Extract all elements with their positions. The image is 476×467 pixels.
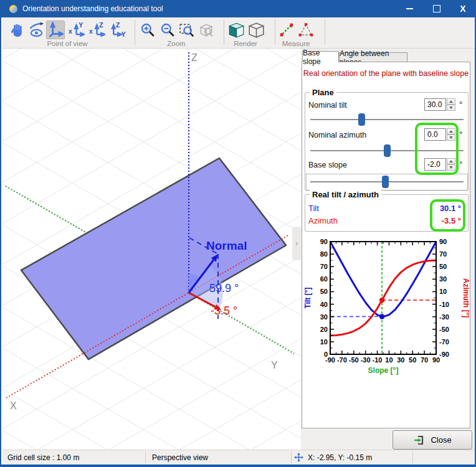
view-xy-tool-button[interactable]: xY [67,21,85,39]
svg-text:-70: -70 [337,356,347,364]
toolbar-separator [325,20,325,45]
group-label-zoom: Zoom [167,40,185,47]
base-slope-spinner[interactable] [447,158,455,171]
point-of-view-tool-button[interactable] [46,21,65,39]
xz-axes-icon: xZ [88,22,105,38]
maximize-button[interactable] [427,0,446,17]
panel-collapse-handle[interactable]: › [292,227,301,260]
slider-thumb[interactable] [358,113,365,126]
hand-icon [9,22,25,38]
base-slope-spinbox[interactable]: -2.0 [424,158,446,171]
slider-thumb[interactable] [382,176,389,188]
app-window: Orientation understanding educational to… [0,0,476,467]
render-wireframe-button[interactable] [247,21,265,39]
nominal-azimuth-unit: ° [459,130,462,139]
svg-text:Azimuth [°]: Azimuth [°] [462,278,470,318]
svg-text:20: 20 [320,326,328,333]
svg-text:-10: -10 [439,301,449,308]
orbit-tool-button[interactable] [27,21,46,39]
svg-text:70: 70 [421,356,428,364]
wireframe-cube-icon [248,22,265,39]
zoom-in-button[interactable] [138,21,157,39]
svg-text:-50: -50 [349,356,359,364]
nominal-azimuth-spinner[interactable] [447,128,455,141]
nominal-tilt-unit: ° [459,100,462,109]
render-solid-button[interactable] [227,21,245,39]
svg-text:Y: Y [79,22,83,29]
measure-distance-icon [278,22,295,38]
close-window-button[interactable]: X [454,0,472,17]
slider-thumb[interactable] [384,144,391,157]
window-title: Orientation understanding educational to… [22,4,163,13]
base-slope-label: Base slope [308,161,347,169]
svg-text:10: 10 [385,356,393,364]
chevron-right-icon: › [295,239,298,248]
svg-text:30: 30 [397,356,404,364]
status-separator [412,452,413,463]
zoom-in-icon [140,22,156,38]
spin-down-icon[interactable] [447,164,455,171]
zoom-out-icon [159,22,176,38]
base-slope-slider[interactable] [310,175,464,189]
spin-down-icon[interactable] [447,134,455,141]
real-azimuth-label: Azimuth [308,216,338,225]
measure-angle-button[interactable] [297,21,315,39]
real-groupbox [305,194,469,232]
spin-down-icon[interactable] [447,105,455,111]
svg-text:-30: -30 [439,313,449,321]
svg-text:10: 10 [320,338,328,346]
spin-up-icon[interactable] [447,158,455,164]
view-zy-tool-button[interactable]: ZY [108,21,126,39]
zoom-window-button[interactable] [178,21,196,39]
nominal-azimuth-slider[interactable] [310,144,464,158]
svg-text:Z: Z [99,22,103,29]
spin-up-icon[interactable] [447,98,455,105]
real-tilt-value: 30.1 ° [406,204,461,213]
tab-angle-between-planes[interactable]: Angle between planes [339,52,407,62]
pan-tool-button[interactable] [7,21,26,39]
svg-text:Z: Z [115,22,120,29]
nominal-tilt-spinbox[interactable]: 30.0 [424,98,446,111]
view-xz-tool-button[interactable]: xZ [87,21,106,39]
svg-text:50: 50 [409,356,416,364]
svg-text:50: 50 [320,288,328,295]
status-cursor-coords: X: -2.95, Y: -0.15 m [308,453,372,462]
svg-text:40: 40 [320,301,328,308]
azimuth-angle-value: -3.5 ° [211,304,237,317]
zoom-extents-button[interactable] [197,21,216,39]
plane-group-title: Plane [310,88,336,97]
svg-text:10: 10 [439,288,447,295]
status-view-mode: Perspective view [152,453,208,462]
toolbar-separator [135,20,135,45]
spin-up-icon[interactable] [447,128,455,134]
close-button-label: Close [431,435,451,445]
close-button[interactable]: Close [393,430,472,450]
svg-text:90: 90 [439,238,447,245]
measure-distance-button[interactable] [277,21,296,39]
svg-text:Slope [°]: Slope [°] [368,366,399,375]
tab-base-slope[interactable]: Base slope [302,51,339,62]
3d-viewport[interactable]: Z Y X Normal 59.9 ° -3.5 ° [2,49,301,450]
3d-scene: Z Y X Normal 59.9 ° -3.5 ° [2,49,301,450]
orbit-eye-icon [29,22,45,38]
zoom-out-button[interactable] [158,21,177,39]
nominal-tilt-spinner[interactable] [447,98,455,111]
svg-text:30: 30 [320,313,328,321]
svg-text:50: 50 [439,263,447,270]
nominal-azimuth-spinbox[interactable]: 0.0 [424,128,446,141]
nominal-tilt-slider[interactable] [310,113,464,126]
base-slope-unit: ° [459,159,462,169]
svg-text:x: x [89,28,93,35]
minimize-button[interactable] [400,0,419,17]
zoom-window-icon [179,22,195,38]
zy-axes-icon: ZY [109,22,126,38]
z-axis-label: Z [191,52,198,63]
x-axis-label: X [10,400,17,411]
svg-text:30: 30 [439,275,447,283]
solid-cube-icon [228,22,245,39]
panel-heading: Real orientation of the plane with basel… [302,69,470,78]
zoom-extents-icon [198,22,214,38]
toolbar-separator [275,20,275,45]
measure-angle-icon [298,22,314,38]
slider-track[interactable] [310,119,464,120]
